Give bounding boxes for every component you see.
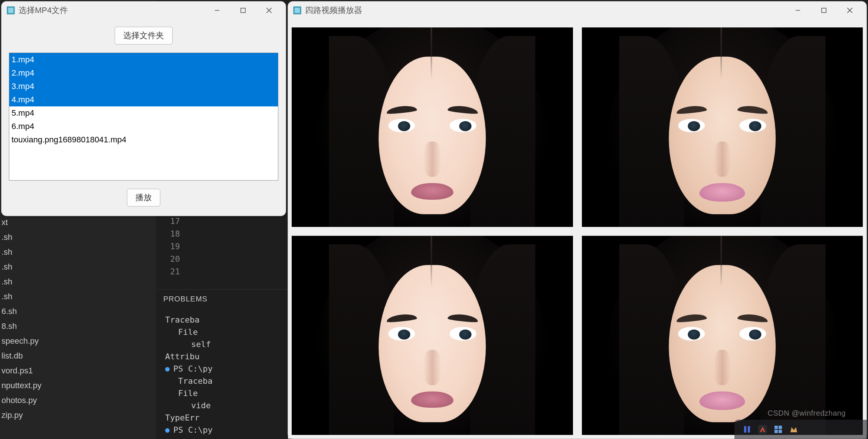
list-item[interactable]: touxiang.png16898018041.mp4	[9, 133, 278, 146]
window-title: 四路视频播放器	[305, 5, 785, 16]
svg-rect-3	[241, 8, 245, 13]
file-item[interactable]: .sh	[0, 245, 156, 260]
file-item[interactable]: .sh	[0, 230, 156, 245]
svg-rect-15	[774, 426, 778, 429]
tray-pause-icon[interactable]	[743, 425, 751, 434]
svg-rect-7	[295, 8, 300, 13]
file-listbox[interactable]: 1.mp42.mp43.mp44.mp45.mp46.mp4touxiang.p…	[9, 53, 278, 181]
list-item[interactable]: 4.mp4	[9, 93, 278, 106]
close-button[interactable]	[837, 1, 863, 19]
svg-rect-13	[748, 426, 750, 433]
window-title: 选择MP4文件	[19, 5, 204, 16]
video-cell-1[interactable]	[292, 27, 573, 227]
svg-rect-1	[8, 8, 13, 13]
tray-windows-icon[interactable]	[774, 425, 783, 434]
close-button[interactable]	[256, 1, 282, 19]
svg-rect-16	[779, 426, 782, 429]
file-item[interactable]: list.db	[0, 349, 156, 363]
maximize-button[interactable]	[230, 1, 256, 19]
list-item[interactable]: 5.mp4	[9, 106, 278, 120]
file-item[interactable]: nputtext.py	[0, 378, 156, 393]
play-button[interactable]: 播放	[127, 189, 160, 207]
line-number: 20	[156, 253, 180, 265]
file-item[interactable]: vord.ps1	[0, 363, 156, 378]
list-item[interactable]: 6.mp4	[9, 120, 278, 133]
editor-gutter: 1718192021	[156, 215, 187, 278]
video-cell-4[interactable]	[582, 236, 863, 435]
svg-rect-17	[774, 430, 778, 433]
svg-rect-9	[822, 8, 826, 13]
list-item[interactable]: 2.mp4	[9, 66, 278, 80]
choose-folder-button[interactable]: 选择文件夹	[115, 27, 173, 44]
watermark-text: CSDN @winfredzhang	[768, 409, 846, 417]
video-grid	[288, 19, 867, 439]
file-item[interactable]: speech.py	[0, 334, 156, 349]
minimize-button[interactable]	[204, 1, 230, 19]
tray-fox-icon[interactable]	[789, 425, 798, 434]
file-item[interactable]: .sh	[0, 274, 156, 289]
taskbar[interactable]	[734, 420, 868, 439]
file-chooser-window: 选择MP4文件 选择文件夹 1.mp42.mp43.mp44.mp45.mp46…	[1, 1, 286, 216]
minimize-button[interactable]	[785, 1, 811, 19]
line-number: 19	[156, 240, 180, 253]
line-number: 17	[156, 215, 180, 228]
svg-rect-18	[779, 430, 782, 433]
titlebar[interactable]: 选择MP4文件	[1, 1, 286, 19]
svg-rect-12	[744, 426, 746, 433]
tray-adobe-icon[interactable]	[758, 425, 767, 434]
line-number: 18	[156, 228, 180, 240]
video-cell-3[interactable]	[292, 236, 573, 435]
app-icon	[7, 6, 15, 14]
titlebar[interactable]: 四路视频播放器	[288, 1, 867, 19]
file-item[interactable]: zip.py	[0, 408, 156, 423]
file-item[interactable]: .sh	[0, 289, 156, 304]
file-item[interactable]: xt	[0, 215, 156, 230]
file-item[interactable]: ohotos.py	[0, 393, 156, 408]
maximize-button[interactable]	[811, 1, 837, 19]
video-cell-2[interactable]	[582, 27, 863, 227]
video-player-window: 四路视频播放器	[288, 1, 867, 439]
app-icon	[293, 6, 301, 14]
file-item[interactable]: 6.sh	[0, 304, 156, 319]
list-item[interactable]: 1.mp4	[9, 53, 278, 66]
list-item[interactable]: 3.mp4	[9, 80, 278, 93]
line-number: 21	[156, 265, 180, 278]
file-item[interactable]: 8.sh	[0, 319, 156, 334]
file-item[interactable]: .sh	[0, 260, 156, 274]
